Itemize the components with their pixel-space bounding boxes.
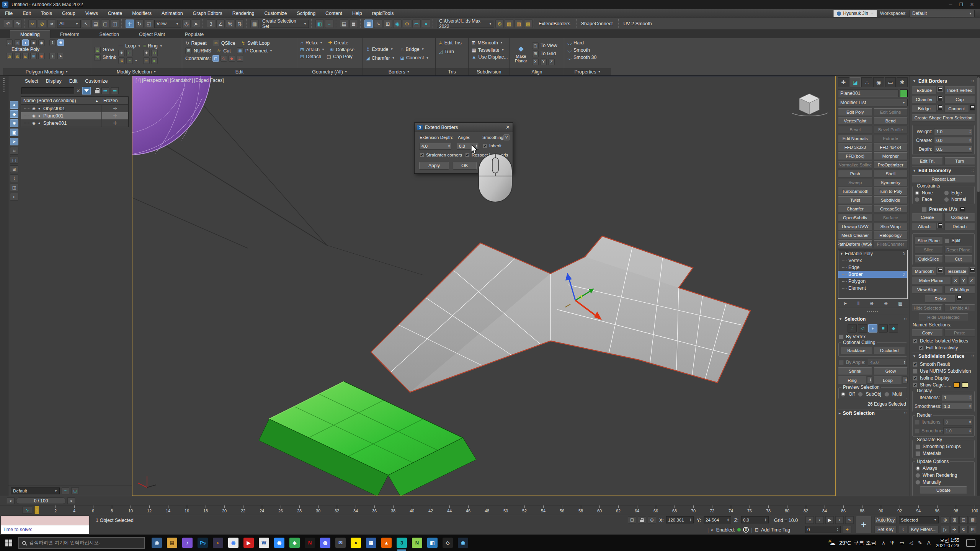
next-key-button[interactable]: ›	[835, 516, 844, 524]
project-settings-icon[interactable]: ⚙	[495, 20, 504, 28]
polygon-mode-icon[interactable]: ■	[30, 39, 37, 46]
repeat-button[interactable]: ↻Repeat	[185, 40, 207, 46]
angle-snap-icon[interactable]: ∠	[216, 20, 225, 28]
copy-button[interactable]: Copy	[912, 329, 943, 337]
filter-lights-icon[interactable]: ✺	[10, 119, 18, 127]
modifier-button-symmetry[interactable]: Symmetry	[874, 179, 908, 186]
align-icon[interactable]: ≡	[325, 20, 333, 28]
ribbon-label-subdivision[interactable]: Subdivision	[469, 68, 510, 75]
modifier-button-edit-spline[interactable]: Edit Spline	[874, 108, 908, 116]
isolate-selection-icon[interactable]: ⊡	[628, 516, 636, 524]
select-object-icon[interactable]: ↖	[82, 20, 90, 28]
explorer-grid-icon[interactable]: ⊞	[71, 487, 79, 494]
x-coordinate-field[interactable]: 120.361▲▼	[666, 516, 694, 523]
shrink-ring-icon[interactable]: ⊟	[151, 50, 158, 56]
selection-edge-icon[interactable]: ◁	[858, 324, 867, 333]
flat-view-icon[interactable]: ≕	[111, 87, 119, 94]
taskbar-app-kakaotalk[interactable]: ●	[351, 538, 361, 548]
fov-icon[interactable]: ▷	[941, 526, 949, 533]
menu-help[interactable]: Help	[347, 9, 367, 18]
scene-object-row-object001[interactable]: ◉●Object001✛	[21, 105, 128, 112]
project-tree-icon[interactable]: ▩	[524, 20, 532, 28]
tab-display[interactable]: ▭	[885, 77, 896, 87]
menu-file[interactable]: File	[0, 9, 18, 18]
p-connect-button[interactable]: ▦P Connect▼	[237, 47, 273, 54]
select-and-manipulate-icon[interactable]: ➤	[192, 20, 200, 28]
maximize-button[interactable]: ❐	[959, 2, 963, 7]
cap-poly-button[interactable]: ▢Cap Poly	[327, 54, 353, 59]
bridge-border-dropdown[interactable]: ∩Bridge▼	[400, 47, 429, 52]
ribbon-label-align[interactable]: Align	[510, 68, 564, 75]
next-frame-button[interactable]: >	[67, 497, 75, 504]
tray-pen-icon[interactable]: ✎	[918, 540, 922, 546]
menu-modifiers[interactable]: Modifiers	[127, 9, 157, 18]
occluded-button[interactable]: Occluded	[874, 347, 905, 354]
zoom-extents-icon[interactable]: ⊡	[959, 516, 968, 524]
constraint-normal-icon[interactable]: ⊥	[237, 55, 243, 62]
command-panel-scrollbar[interactable]	[977, 76, 980, 496]
ribbon-label-borders[interactable]: Borders▼	[363, 68, 435, 75]
slice-plane-button[interactable]: Slice Plane	[915, 237, 943, 245]
tessellate-button[interactable]: Tessellate	[944, 267, 969, 275]
curve-editor-icon[interactable]: ∿	[374, 20, 382, 28]
edit-tri-button[interactable]: Edit Tri.	[912, 157, 943, 165]
edge-mode-icon[interactable]: ◁	[14, 39, 21, 46]
paint-deform-icon[interactable]: ◱	[22, 53, 29, 59]
cage-color-2-swatch[interactable]	[962, 382, 968, 388]
turn-button[interactable]: ◿Turn	[439, 49, 454, 54]
modifier-button-bevel[interactable]: Bevel	[838, 126, 872, 134]
absolute-mode-icon[interactable]: ⊕	[648, 516, 656, 524]
attach-settings-icon[interactable]	[938, 223, 943, 228]
track-bar[interactable]: ∿ 02468101214161820222426283032343638404…	[0, 505, 980, 515]
menu-create[interactable]: Create	[103, 9, 127, 18]
loop-dropdown[interactable]: —Loop▼	[118, 43, 140, 49]
ribbon-tab-object-paint[interactable]: Object Paint	[129, 31, 175, 38]
tray-volume-icon[interactable]: ◁	[909, 540, 913, 546]
menu-rendering[interactable]: Rendering	[227, 9, 260, 18]
element-mode-icon[interactable]: ◆	[38, 39, 45, 46]
modifier-button-surface[interactable]: Surface	[874, 214, 908, 222]
tab-hierarchy[interactable]: ∴	[861, 77, 872, 87]
taskbar-app-calculator[interactable]: ▦	[366, 538, 376, 548]
modifier-button-chamfer[interactable]: Chamfer	[838, 205, 872, 213]
open-project-folder-icon[interactable]: ▨	[505, 20, 513, 28]
border-mode-icon[interactable]: ◗	[22, 39, 29, 46]
chamfer-border-dropdown[interactable]: ◢Chamfer▼	[366, 55, 395, 61]
align-axis-y[interactable]: Y	[540, 59, 547, 65]
modifier-button-extrude[interactable]: Extrude	[874, 135, 908, 142]
depth-spinner[interactable]: 0.5▲▼	[934, 146, 972, 153]
ring-button[interactable]: Ring	[838, 377, 866, 384]
modifier-button-opensubdiv[interactable]: OpenSubdiv	[838, 214, 872, 222]
ribbon-label-geometry[interactable]: Geometry (All)▼	[297, 68, 363, 75]
zoom-all-icon[interactable]: ⊞	[950, 516, 959, 524]
filter-shapes-icon[interactable]: ◆	[10, 110, 18, 118]
key-mode-toggle-icon[interactable]: ✦	[843, 526, 851, 533]
modifier-button-skin-wrap[interactable]: Skin Wrap	[874, 223, 908, 230]
modifier-button-shell[interactable]: Shell	[874, 170, 908, 178]
key-filter-icon[interactable]: ⌇	[899, 526, 907, 533]
tab-motion[interactable]: ◉	[873, 77, 884, 87]
constraint-face-radio[interactable]	[915, 197, 920, 202]
modifier-button-ffd-3x3x3[interactable]: FFD 3x3x3	[838, 143, 872, 151]
frozen-icon[interactable]: ✛	[101, 112, 128, 119]
toggle-layer-explorer-icon[interactable]: ≣	[350, 20, 358, 28]
display-smoothness-spinner[interactable]: 1.0▲▼	[942, 403, 972, 410]
stack-item-visibility-icon[interactable]: ☽	[901, 272, 905, 277]
modifier-button-sweep[interactable]: Sweep	[838, 179, 872, 186]
percent-snap-icon[interactable]: %	[226, 20, 234, 28]
modifier-button-subdivide[interactable]: Subdivide	[874, 196, 908, 204]
explorer-menu-customize[interactable]: Customize	[82, 78, 111, 85]
tray-cast-icon[interactable]: ▭	[900, 540, 904, 546]
clear-search-icon[interactable]: ✕	[76, 88, 80, 94]
edit-named-selections-icon[interactable]: ▥	[250, 20, 259, 28]
configure-modifier-sets-icon[interactable]: ▦	[898, 301, 902, 306]
ok-button[interactable]: OK	[453, 162, 477, 170]
smooth-edge-button[interactable]: ◡Smooth	[567, 47, 590, 53]
generate-topology-icon[interactable]: ⊞	[30, 53, 37, 59]
cap-button[interactable]: Cap	[944, 96, 975, 103]
object-name-field[interactable]: Plane001	[838, 90, 898, 97]
modifier-button-normalize-spline[interactable]: Normalize Spline	[838, 161, 872, 169]
filter-cameras-icon[interactable]: ▣	[10, 129, 18, 136]
modifier-button-ffd-4x4x4[interactable]: FFD 4x4x4	[874, 143, 908, 151]
redo-icon[interactable]: ↷	[13, 20, 22, 28]
